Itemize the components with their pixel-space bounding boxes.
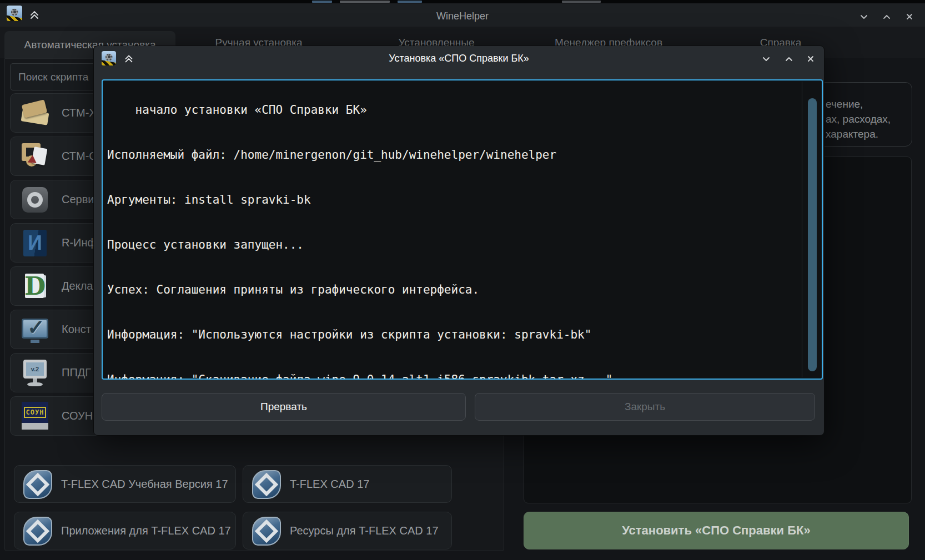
log-line: начало установки «СПО Справки БК» [107, 103, 822, 118]
dialog-titlebar: Установка «СПО Справки БК» [94, 46, 824, 72]
tflex-icon [23, 517, 52, 546]
script-label: СТМ-С [62, 137, 97, 175]
sliver-decoration [312, 1, 332, 3]
description-fragment: характера. [826, 128, 878, 140]
script-label: Ресурсы для T-FLEX CAD 17 [290, 512, 439, 549]
soun-icon: СОУН [19, 401, 51, 432]
ppdg-icon: v.2 [19, 357, 51, 389]
maximize-icon[interactable] [784, 54, 794, 64]
log-line: Аргументы: install spravki-bk [107, 193, 822, 208]
r-info-icon: И [19, 228, 51, 259]
close-icon[interactable] [904, 12, 914, 22]
log-line: Информация: "Используются настройки из с… [107, 327, 822, 342]
script-label: R-Инф [62, 224, 97, 262]
log-lines: начало установки «СПО Справки БК» Исполн… [107, 79, 822, 380]
scrollbar-thumb[interactable] [808, 98, 817, 371]
close-button[interactable]: Закрыть [475, 393, 815, 421]
script-label: T-FLEX CAD Учебная Версия 17 [61, 466, 228, 502]
minimize-icon[interactable] [761, 54, 771, 64]
script-item-tflex-resources[interactable]: Ресурсы для T-FLEX CAD 17 [243, 512, 452, 549]
window-title: WineHelper [0, 11, 925, 22]
sliver-decoration [398, 1, 422, 3]
script-item-tflex-cad[interactable]: T-FLEX CAD 17 [243, 465, 452, 503]
dialog-title: Установка «СПО Справки БК» [94, 53, 824, 64]
stm-x-icon [19, 98, 51, 129]
script-label: Приложения для T-FLEX CAD 17 [61, 512, 231, 549]
script-label: СОУН [62, 397, 93, 435]
abort-button[interactable]: Прервать [102, 393, 466, 421]
script-label: Декла [62, 267, 93, 305]
tflex-icon [252, 470, 281, 499]
script-label: Серви [62, 180, 94, 219]
stm-c-icon [19, 141, 51, 172]
log-line: Исполняемый файл: /home/minergenon/git_h… [107, 148, 822, 163]
sliver-decoration [340, 1, 390, 3]
script-item-tflex-apps[interactable]: Приложения для T-FLEX CAD 17 [14, 512, 236, 549]
close-icon[interactable] [806, 54, 816, 64]
tflex-icon [23, 470, 52, 499]
declaration-icon: D [19, 271, 51, 302]
service-icon [19, 184, 51, 215]
sliver-decoration [562, 1, 601, 3]
script-label: ППДГ [62, 354, 91, 392]
description-fragment: ечение, [826, 98, 863, 110]
install-button[interactable]: Установить «СПО Справки БК» [524, 512, 909, 549]
main-titlebar: WineHelper [0, 3, 925, 27]
maximize-icon[interactable] [882, 12, 892, 22]
log-line: Процесс установки запущен... [107, 238, 822, 253]
install-log: начало установки «СПО Справки БК» Исполн… [102, 79, 823, 380]
screen: WineHelper Автоматическая установка Ручн… [0, 0, 925, 560]
minimize-icon[interactable] [859, 12, 869, 22]
log-line: Информация: "Скачивание файла wine-9.0.1… [107, 372, 822, 380]
script-item-tflex-edu[interactable]: T-FLEX CAD Учебная Версия 17 [14, 465, 236, 503]
tflex-icon [252, 517, 281, 546]
log-line: Успех: Соглашения приняты из графическог… [107, 282, 822, 297]
script-label: Конст [62, 310, 91, 349]
scrollbar-track-divider [802, 82, 802, 377]
script-label: СТМ-Х [62, 94, 97, 132]
description-fragment: ах, расходах, [826, 113, 891, 125]
install-dialog: Установка «СПО Справки БК» начало устано… [93, 46, 825, 436]
constructor-icon: ✓ [19, 314, 51, 345]
script-label: T-FLEX CAD 17 [290, 466, 369, 502]
